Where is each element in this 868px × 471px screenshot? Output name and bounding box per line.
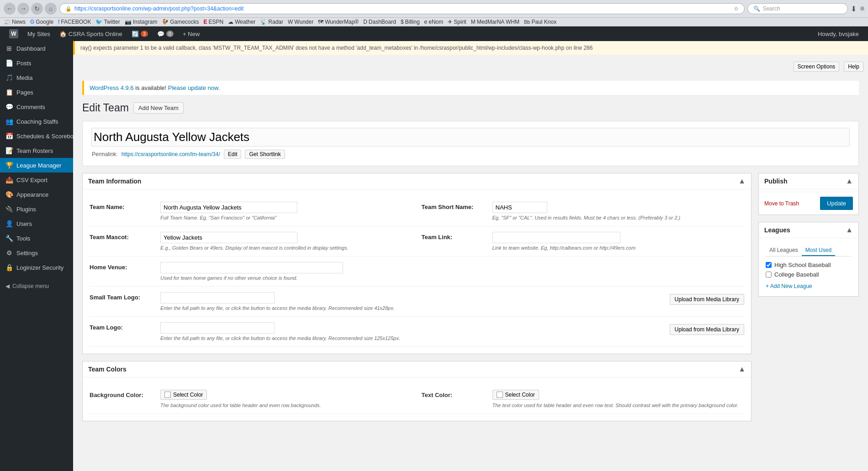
bookmark-wunder[interactable]: WWunder xyxy=(288,19,313,25)
small-logo-upload-button[interactable]: Upload from Media Library xyxy=(670,294,744,305)
publish-title: Publish xyxy=(764,178,788,185)
small-logo-col: Small Team Logo: Enter the full path to … xyxy=(90,292,744,311)
bookmark-spirit[interactable]: ✈Spirit xyxy=(448,19,466,25)
sidebar-item-users[interactable]: 👤 Users xyxy=(0,216,73,231)
league-high-school-baseball: High School Baseball xyxy=(766,260,852,270)
sidebar-item-label: Team Rosters xyxy=(16,147,53,154)
venue-hint: Used for team home games if no other ven… xyxy=(160,275,744,281)
sidebar-item-loginizer[interactable]: 🔒 Loginizer Security xyxy=(0,260,73,275)
leagues-header[interactable]: Leagues ▲ xyxy=(759,222,858,238)
sidebar-item-plugins[interactable]: 🔌 Plugins xyxy=(0,202,73,216)
team-info-header[interactable]: Team Information ▲ xyxy=(83,173,751,189)
my-sites-item[interactable]: My Sites xyxy=(23,26,55,41)
bg-color-button[interactable]: Select Color xyxy=(160,390,207,400)
bookmark-twitter[interactable]: 🐦Twitter xyxy=(95,19,120,25)
howdy-item[interactable]: Howdy, bvsjake xyxy=(813,26,863,41)
sidebar-item-media[interactable]: 🎵 Media xyxy=(0,70,73,85)
forward-button[interactable]: → xyxy=(17,3,29,15)
tab-most-used[interactable]: Most Used xyxy=(802,245,835,256)
sidebar-item-csv-export[interactable]: 📤 CSV Export xyxy=(0,173,73,187)
team-information-metabox: Team Information ▲ Team Name: Full xyxy=(82,173,752,354)
extensions-icon[interactable]: ≡ xyxy=(860,5,864,13)
collapse-menu[interactable]: ◀ Collapse menu xyxy=(0,279,73,293)
home-button[interactable]: ⌂ xyxy=(45,3,57,15)
screen-options-button[interactable]: Screen Options xyxy=(794,62,840,72)
bookmark-gamecocks[interactable]: 🐓Gamecocks xyxy=(162,19,199,25)
team-link-col: Team Link: Link to team website. Eg, htt… xyxy=(422,232,745,251)
team-colors-toggle[interactable]: ▲ xyxy=(738,365,746,373)
team-name-text-input[interactable] xyxy=(160,202,297,213)
bookmark-espn[interactable]: EESPN xyxy=(204,19,224,25)
team-name-input[interactable] xyxy=(92,128,849,146)
wp-logo-item[interactable]: W xyxy=(5,26,23,41)
update-button[interactable]: Update xyxy=(820,197,853,210)
publish-actions: Move to Trash Update xyxy=(759,192,858,215)
bookmark-wundermap[interactable]: 🗺WunderMap® xyxy=(318,19,359,25)
leagues-toggle[interactable]: ▲ xyxy=(846,226,853,234)
publish-header[interactable]: Publish ▲ xyxy=(759,173,858,189)
wordpress-version-link[interactable]: WordPress 4.9.6 xyxy=(90,84,134,91)
browser-search-bar[interactable]: 🔍 Search xyxy=(747,3,848,14)
move-to-trash-link[interactable]: Move to Trash xyxy=(764,200,799,207)
help-button[interactable]: Help xyxy=(844,62,863,72)
bookmark-dashboard[interactable]: DDashBoard xyxy=(363,19,396,25)
sidebar-item-label: Comments xyxy=(16,104,45,110)
bookmark-facebook[interactable]: fFACEBOOK xyxy=(58,19,91,25)
publish-toggle[interactable]: ▲ xyxy=(846,177,853,185)
side-column: Publish ▲ Move to Trash Update Leagues ▲ xyxy=(758,173,859,428)
sidebar-item-label: Pages xyxy=(16,89,33,96)
bookmark-billing[interactable]: $Billing xyxy=(401,19,420,25)
updates-count: 3 xyxy=(141,31,148,37)
please-update-link[interactable]: Please update now. xyxy=(168,84,220,91)
add-new-team-button[interactable]: Add New Team xyxy=(133,102,184,114)
downloads-icon[interactable]: ⬇ xyxy=(851,5,857,13)
new-content-item[interactable]: + New xyxy=(178,26,204,41)
short-name-input[interactable] xyxy=(492,202,547,213)
sidebar-item-appearance[interactable]: 🎨 Appearance xyxy=(0,187,73,202)
permalink-link[interactable]: https://csrasportsonline.com/lm-team/34/ xyxy=(122,151,220,157)
get-shortlink-button[interactable]: Get Shortlink xyxy=(245,150,285,159)
sidebar-item-team-rosters[interactable]: 📝 Team Rosters xyxy=(0,143,73,158)
bookmark-news[interactable]: 📰News xyxy=(4,19,26,25)
bookmark-google[interactable]: GGoogle xyxy=(30,19,53,25)
error-notice-text: ray() expects parameter 1 to be a valid … xyxy=(80,45,593,51)
sidebar-item-comments[interactable]: 💬 Comments xyxy=(0,99,73,114)
league-checkbox-high-school[interactable] xyxy=(766,262,772,268)
back-button[interactable]: ← xyxy=(4,3,16,15)
site-name-item[interactable]: 🏠 CSRA Sports Online xyxy=(55,26,127,41)
url-bar[interactable]: 🔒 https://csrasportsonline.com/wp-admin/… xyxy=(59,3,745,14)
text-color-button[interactable]: Select Color xyxy=(492,390,539,400)
add-new-league-link[interactable]: + Add New League xyxy=(766,283,852,289)
small-logo-input[interactable] xyxy=(160,292,275,304)
sidebar-item-dashboard[interactable]: ⊞ Dashboard xyxy=(0,41,73,56)
updates-item[interactable]: 🔄 3 xyxy=(127,26,153,41)
team-logo-input[interactable] xyxy=(160,322,275,334)
team-info-toggle[interactable]: ▲ xyxy=(738,177,746,185)
comments-item[interactable]: 💬 0 xyxy=(153,26,178,41)
refresh-button[interactable]: ↻ xyxy=(31,3,43,15)
edit-permalink-button[interactable]: Edit xyxy=(224,150,242,159)
bookmark-paulknox[interactable]: BbPaul Knox xyxy=(524,19,556,25)
team-name-area: Permalink: https://csrasportsonline.com/… xyxy=(82,121,859,166)
sidebar-item-pages[interactable]: 📋 Pages xyxy=(0,85,73,99)
league-checkbox-college[interactable] xyxy=(766,272,772,277)
bookmark-enom[interactable]: eeNom xyxy=(424,19,444,25)
coaching-icon: 👥 xyxy=(5,118,13,125)
bookmark-instagram[interactable]: 📷Instagram xyxy=(125,19,157,25)
tab-all-leagues[interactable]: All Leagues xyxy=(766,245,802,256)
sidebar-item-settings[interactable]: ⚙ Settings xyxy=(0,246,73,260)
team-link-input[interactable] xyxy=(492,232,620,243)
team-logo-upload-button[interactable]: Upload from Media Library xyxy=(670,324,744,335)
sidebar-item-posts[interactable]: 📄 Posts xyxy=(0,56,73,70)
small-logo-row: Small Team Logo: Enter the full path to … xyxy=(90,287,744,317)
bookmark-medmarna[interactable]: MMedMarNA WHM xyxy=(471,19,519,25)
sidebar-item-tools[interactable]: 🔧 Tools xyxy=(0,231,73,246)
sidebar-item-schedules[interactable]: 📅 Schedules & Scoreboards xyxy=(0,129,73,143)
bookmark-radar[interactable]: 📡Radar xyxy=(260,19,283,25)
bookmark-weather[interactable]: ☁Weather xyxy=(228,19,255,25)
team-colors-header[interactable]: Team Colors ▲ xyxy=(83,361,751,377)
venue-input[interactable] xyxy=(160,262,343,273)
mascot-input[interactable] xyxy=(160,232,297,243)
sidebar-item-league-manager[interactable]: 🏆 League Manager xyxy=(0,158,73,173)
sidebar-item-coaching-staffs[interactable]: 👥 Coaching Staffs xyxy=(0,114,73,129)
